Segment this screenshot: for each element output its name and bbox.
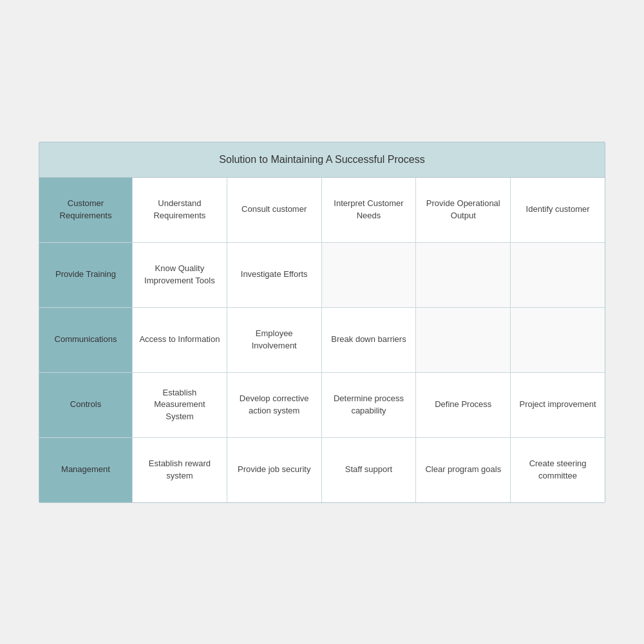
table-cell-3-4: Project improvement	[511, 373, 605, 437]
table-cell-1-2	[322, 243, 417, 307]
table-cell-1-4	[511, 243, 605, 307]
table-cell-3-3: Define Process	[416, 373, 511, 437]
table-cell-4-3: Clear program goals	[416, 438, 511, 502]
table-cell-0-1: Consult customer	[227, 178, 322, 242]
main-table: Solution to Maintaining A Successful Pro…	[39, 142, 605, 503]
table-cell-2-4	[511, 308, 605, 372]
table-cell-3-1: Develop corrective action system	[227, 373, 322, 437]
table-body: Customer RequirementsUnderstand Requirem…	[39, 178, 605, 502]
row-header-2: Communications	[39, 308, 133, 372]
table-cell-4-0: Establish reward system	[133, 438, 227, 502]
table-row: ManagementEstablish reward systemProvide…	[39, 438, 605, 502]
table-cell-0-4: Identify customer	[511, 178, 605, 242]
table-cell-4-1: Provide job security	[227, 438, 322, 502]
table-row: ControlsEstablish Measurement SystemDeve…	[39, 373, 605, 438]
table-cell-4-2: Staff support	[322, 438, 417, 502]
row-header-0: Customer Requirements	[39, 178, 133, 242]
table-cell-0-3: Provide Operational Output	[416, 178, 511, 242]
table-cell-2-2: Break down barriers	[322, 308, 417, 372]
table-row: Provide TrainingKnow Quality Improvement…	[39, 243, 605, 308]
table-cell-3-0: Establish Measurement System	[133, 373, 227, 437]
table-cell-2-1: Employee Involvement	[227, 308, 322, 372]
table-title: Solution to Maintaining A Successful Pro…	[39, 142, 605, 178]
table-cell-1-1: Investigate Efforts	[227, 243, 322, 307]
table-row: CommunicationsAccess to InformationEmplo…	[39, 308, 605, 373]
row-header-3: Controls	[39, 373, 133, 437]
table-cell-0-2: Interpret Customer Needs	[322, 178, 417, 242]
table-cell-0-0: Understand Requirements	[133, 178, 227, 242]
table-cell-2-0: Access to Information	[133, 308, 227, 372]
table-cell-1-0: Know Quality Improvement Tools	[133, 243, 227, 307]
row-header-1: Provide Training	[39, 243, 133, 307]
title-text: Solution to Maintaining A Successful Pro…	[219, 154, 424, 165]
table-cell-1-3	[416, 243, 511, 307]
row-header-4: Management	[39, 438, 133, 502]
table-row: Customer RequirementsUnderstand Requirem…	[39, 178, 605, 243]
table-cell-3-2: Determine process capability	[322, 373, 417, 437]
table-cell-2-3	[416, 308, 511, 372]
table-cell-4-4: Create steering committee	[511, 438, 605, 502]
